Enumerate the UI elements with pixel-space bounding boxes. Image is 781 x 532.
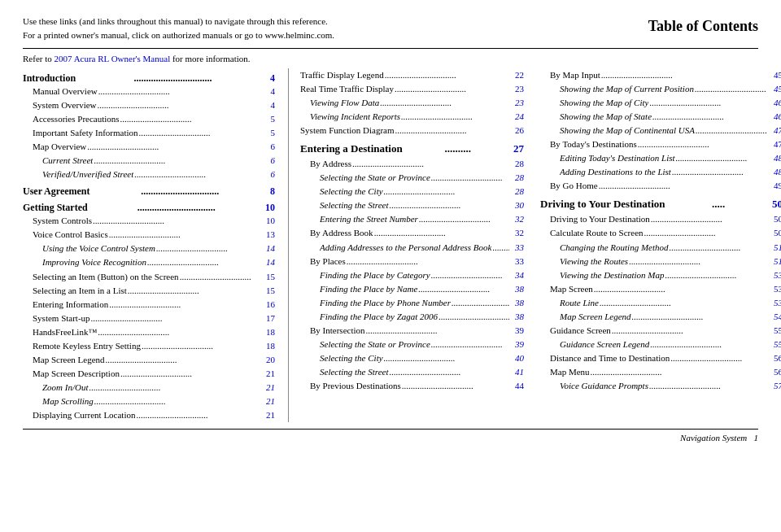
list-item: Selecting an Item (Button) on the Screen… xyxy=(23,270,275,284)
list-item: Editing Today's Destination List........… xyxy=(540,151,781,165)
col-left: Introduction ...........................… xyxy=(23,68,275,422)
list-item: Finding the Place by Phone Number.......… xyxy=(300,296,524,310)
list-item: By Intersection.........................… xyxy=(300,324,524,338)
section-heading: User Agreement .........................… xyxy=(23,185,275,198)
list-item: Changing the Routing Method.............… xyxy=(540,241,781,255)
col-right: By Map Input............................… xyxy=(537,68,781,422)
list-item: Traffic Display Legend..................… xyxy=(300,68,524,82)
list-item: Manual Overview.........................… xyxy=(23,85,275,98)
list-item: Viewing Flow Data.......................… xyxy=(300,96,524,110)
footer-text: Navigation System 1 xyxy=(680,433,758,443)
header-divider xyxy=(23,48,758,49)
list-item: By Address..............................… xyxy=(300,157,524,171)
list-item: Selecting the City......................… xyxy=(300,185,524,198)
list-item: Finding the Place by Name...............… xyxy=(300,282,524,296)
section-heading-large: Driving to Your Destination ..... 50 xyxy=(540,198,781,211)
toc-title: Table of Contents xyxy=(648,15,758,35)
section-heading: Getting Started ........................… xyxy=(23,202,275,214)
list-item: Accessories Precautions.................… xyxy=(23,112,275,126)
list-item: Adding Destinations to the List.........… xyxy=(540,165,781,179)
list-item: By Today's Destinations.................… xyxy=(540,137,781,151)
list-item: System Start-up.........................… xyxy=(23,312,275,325)
list-item: Map Screen Legend.......................… xyxy=(540,310,781,324)
list-item: Selecting the State or Province.........… xyxy=(300,338,524,351)
list-item: Selecting the Street....................… xyxy=(300,365,524,379)
list-item: Showing the Map of City.................… xyxy=(540,96,781,110)
list-item: Current Street..........................… xyxy=(23,154,275,168)
list-item: By Places...............................… xyxy=(300,255,524,268)
list-item: Verified/Unverified Street..............… xyxy=(23,168,275,181)
list-item: Guidance Screen Legend..................… xyxy=(540,338,781,351)
list-item: Improving Voice Recognition.............… xyxy=(23,255,275,269)
list-item: Distance and Time to Destination........… xyxy=(540,351,781,365)
list-item: Driving to Your Destination.............… xyxy=(540,212,781,226)
list-item: Viewing the Routes......................… xyxy=(540,255,781,268)
list-item: By Previous Destinations................… xyxy=(300,379,524,393)
refer-link[interactable]: 2007 Acura RL Owner's Manual xyxy=(54,54,170,63)
list-item: By Go Home..............................… xyxy=(540,179,781,193)
list-item: System Function Diagram.................… xyxy=(300,124,524,137)
list-item: By Map Input............................… xyxy=(540,68,781,82)
header-text: Use these links (and links throughout th… xyxy=(23,15,334,41)
list-item: Guidance Screen.........................… xyxy=(540,324,781,338)
header-section: Use these links (and links throughout th… xyxy=(23,15,758,41)
list-item: Selecting the Street....................… xyxy=(300,198,524,212)
list-item: HandsFreeLink™..........................… xyxy=(23,325,275,339)
list-item: Map Screen Legend.......................… xyxy=(23,353,275,367)
list-item: Viewing Incident Reports................… xyxy=(300,110,524,124)
list-item: Displaying Current Location.............… xyxy=(23,408,275,422)
list-item: System Controls.........................… xyxy=(23,214,275,228)
list-item: Selecting the State or Province.........… xyxy=(300,171,524,185)
list-item: Entering Information....................… xyxy=(23,298,275,312)
list-item: Map Screen..............................… xyxy=(540,282,781,296)
list-item: Calculate Route to Screen...............… xyxy=(540,226,781,240)
list-item: Finding the Place by Category...........… xyxy=(300,268,524,282)
list-item: Important Safety Information............… xyxy=(23,126,275,140)
list-item: Map Overview............................… xyxy=(23,140,275,154)
list-item: Selecting an Item in a List.............… xyxy=(23,284,275,298)
list-item: Map Menu................................… xyxy=(540,365,781,379)
content-area: Introduction ...........................… xyxy=(23,68,758,422)
refer-line: Refer to 2007 Acura RL Owner's Manual fo… xyxy=(23,54,758,63)
list-item: Voice Guidance Prompts..................… xyxy=(540,379,781,393)
list-item: Voice Control Basics....................… xyxy=(23,228,275,242)
list-item: Real Time Traffic Display...............… xyxy=(300,82,524,96)
list-item: Map Scrolling...........................… xyxy=(23,395,275,408)
list-item: Selecting the City......................… xyxy=(300,351,524,365)
list-item: Map Screen Description..................… xyxy=(23,367,275,381)
footer-area: Navigation System 1 xyxy=(23,429,758,443)
section-heading: Introduction ...........................… xyxy=(23,72,275,85)
list-item: Showing the Map of State................… xyxy=(540,110,781,124)
col-middle: Traffic Display Legend..................… xyxy=(288,68,524,422)
list-item: System Overview.........................… xyxy=(23,98,275,112)
list-item: Using the Voice Control System..........… xyxy=(23,242,275,255)
list-item: Finding the Place by Zagat 2006.........… xyxy=(300,310,524,324)
list-item: Adding Addresses to the Personal Address… xyxy=(300,241,524,255)
list-item: By Address Book.........................… xyxy=(300,226,524,240)
list-item: Showing the Map of Current Position.....… xyxy=(540,82,781,96)
list-item: Showing the Map of Continental USA......… xyxy=(540,124,781,137)
list-item: Viewing the Destination Map.............… xyxy=(540,268,781,282)
list-item: Remote Keyless Entry Setting............… xyxy=(23,339,275,353)
list-item: Route Line..............................… xyxy=(540,296,781,310)
list-item: Zoom In/Out.............................… xyxy=(23,381,275,395)
section-heading-large: Entering a Destination .......... 27 xyxy=(300,142,524,155)
list-item: Entering the Street Number..............… xyxy=(300,212,524,226)
